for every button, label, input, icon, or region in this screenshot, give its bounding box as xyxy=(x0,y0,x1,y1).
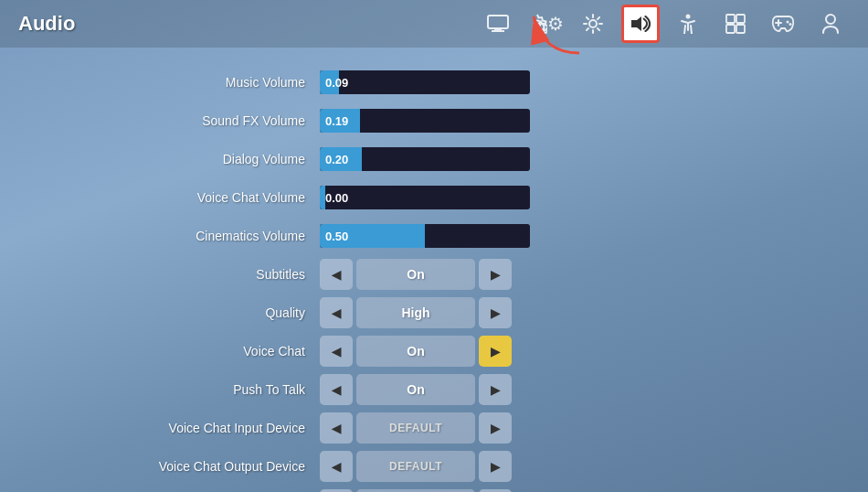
setting-row-quality: Quality ◀ High ▶ xyxy=(37,296,831,329)
value-voice-chat-volume: 0.00 xyxy=(325,191,348,205)
nav-icon-audio[interactable] xyxy=(621,5,660,43)
svg-point-22 xyxy=(789,23,792,26)
voice-chat-output-next-btn[interactable]: ▶ xyxy=(479,451,512,482)
setting-row-dialog-volume: Dialog Volume 0.20 xyxy=(37,143,831,176)
label-quality: Quality xyxy=(37,305,320,320)
subtitles-next-btn[interactable]: ▶ xyxy=(479,259,512,290)
setting-row-voice-chat-input-device: Voice Chat Input Device ◀ DEFAULT ▶ xyxy=(37,412,831,444)
label-voice-chat: Voice Chat xyxy=(37,344,320,358)
slider-cinematics-volume[interactable]: 0.50 xyxy=(320,224,530,248)
svg-marker-13 xyxy=(631,16,641,31)
toggle-voice-chat-input-device: ◀ DEFAULT ▶ xyxy=(320,412,512,444)
voice-chat-output-prev-btn[interactable]: ◀ xyxy=(320,451,353,482)
nav-icons: ⚙ xyxy=(479,5,850,43)
nav-icon-accessibility[interactable] xyxy=(669,5,707,43)
svg-rect-17 xyxy=(726,25,735,33)
nav-icon-network[interactable] xyxy=(716,5,755,43)
label-dialog-volume: Dialog Volume xyxy=(37,152,320,166)
label-sound-fx-volume: Sound FX Volume xyxy=(37,113,320,128)
svg-rect-2 xyxy=(492,30,504,32)
setting-row-allow-background-audio: Allow Background Audio ◀ Off ▶ xyxy=(37,488,831,492)
label-subtitles: Subtitles xyxy=(37,267,320,282)
svg-rect-0 xyxy=(488,16,508,28)
svg-line-10 xyxy=(598,28,599,30)
setting-row-cinematics-volume: Cinematics Volume 0.50 xyxy=(37,219,831,252)
settings-content: Music Volume 0.09 Sound FX Volume 0.19 D… xyxy=(0,48,868,492)
nav-icon-user[interactable] xyxy=(811,5,850,43)
label-voice-chat-volume: Voice Chat Volume xyxy=(37,190,320,205)
nav-icon-brightness[interactable] xyxy=(574,5,612,43)
nav-icon-settings[interactable]: ⚙ xyxy=(526,5,565,43)
voice-chat-input-value: DEFAULT xyxy=(356,412,475,444)
value-sound-fx-volume: 0.19 xyxy=(325,114,348,128)
toggle-voice-chat-output-device: ◀ DEFAULT ▶ xyxy=(320,451,512,482)
slider-music-volume[interactable]: 0.09 xyxy=(320,70,530,94)
voice-chat-output-value: DEFAULT xyxy=(356,451,475,482)
label-voice-chat-input-device: Voice Chat Input Device xyxy=(37,421,320,435)
subtitles-prev-btn[interactable]: ◀ xyxy=(320,259,353,290)
label-music-volume: Music Volume xyxy=(37,75,320,90)
toggle-subtitles: ◀ On ▶ xyxy=(320,259,512,290)
voice-chat-input-prev-btn[interactable]: ◀ xyxy=(320,412,353,444)
svg-line-9 xyxy=(587,17,588,19)
setting-row-voice-chat: Voice Chat ◀ On ▶ xyxy=(37,335,831,368)
setting-row-subtitles: Subtitles ◀ On ▶ xyxy=(37,258,831,291)
voice-chat-prev-btn[interactable]: ◀ xyxy=(320,336,353,367)
setting-row-sound-fx-volume: Sound FX Volume 0.19 xyxy=(37,104,831,137)
toggle-push-to-talk: ◀ On ▶ xyxy=(320,374,512,405)
slider-dialog-volume[interactable]: 0.20 xyxy=(320,147,530,171)
quality-prev-btn[interactable]: ◀ xyxy=(320,297,353,328)
svg-point-14 xyxy=(686,15,691,19)
voice-chat-next-btn[interactable]: ▶ xyxy=(479,336,512,367)
svg-line-11 xyxy=(598,17,599,19)
svg-rect-16 xyxy=(736,15,745,23)
push-to-talk-prev-btn[interactable]: ◀ xyxy=(320,374,353,405)
setting-row-voice-chat-output-device: Voice Chat Output Device ◀ DEFAULT ▶ xyxy=(37,450,831,483)
slider-voice-chat-volume[interactable]: 0.00 xyxy=(320,186,530,209)
push-to-talk-value: On xyxy=(356,374,475,405)
quality-value: High xyxy=(356,297,475,328)
svg-point-23 xyxy=(826,15,835,24)
svg-point-21 xyxy=(787,21,789,24)
svg-line-12 xyxy=(587,28,588,30)
nav-icon-gamepad[interactable] xyxy=(764,5,802,43)
quality-next-btn[interactable]: ▶ xyxy=(479,297,512,328)
push-to-talk-next-btn[interactable]: ▶ xyxy=(479,374,512,405)
value-music-volume: 0.09 xyxy=(325,76,348,90)
voice-chat-input-next-btn[interactable]: ▶ xyxy=(479,412,512,444)
value-cinematics-volume: 0.50 xyxy=(325,230,348,243)
label-push-to-talk: Push To Talk xyxy=(37,382,320,397)
subtitles-value: On xyxy=(356,259,475,290)
setting-row-music-volume: Music Volume 0.09 xyxy=(37,66,831,99)
toggle-voice-chat: ◀ On ▶ xyxy=(320,336,512,367)
value-dialog-volume: 0.20 xyxy=(325,153,348,166)
header: Audio ⚙ xyxy=(0,0,868,48)
voice-chat-value: On xyxy=(356,336,475,367)
svg-point-4 xyxy=(589,20,597,27)
svg-rect-15 xyxy=(726,15,735,23)
setting-row-voice-chat-volume: Voice Chat Volume 0.00 xyxy=(37,181,831,214)
svg-rect-18 xyxy=(736,25,745,33)
slider-sound-fx-volume[interactable]: 0.19 xyxy=(320,109,530,133)
page-title: Audio xyxy=(18,12,75,36)
label-voice-chat-output-device: Voice Chat Output Device xyxy=(37,459,320,474)
nav-icon-monitor[interactable] xyxy=(479,5,517,43)
setting-row-push-to-talk: Push To Talk ◀ On ▶ xyxy=(37,373,831,406)
label-cinematics-volume: Cinematics Volume xyxy=(37,229,320,243)
toggle-quality: ◀ High ▶ xyxy=(320,297,512,328)
